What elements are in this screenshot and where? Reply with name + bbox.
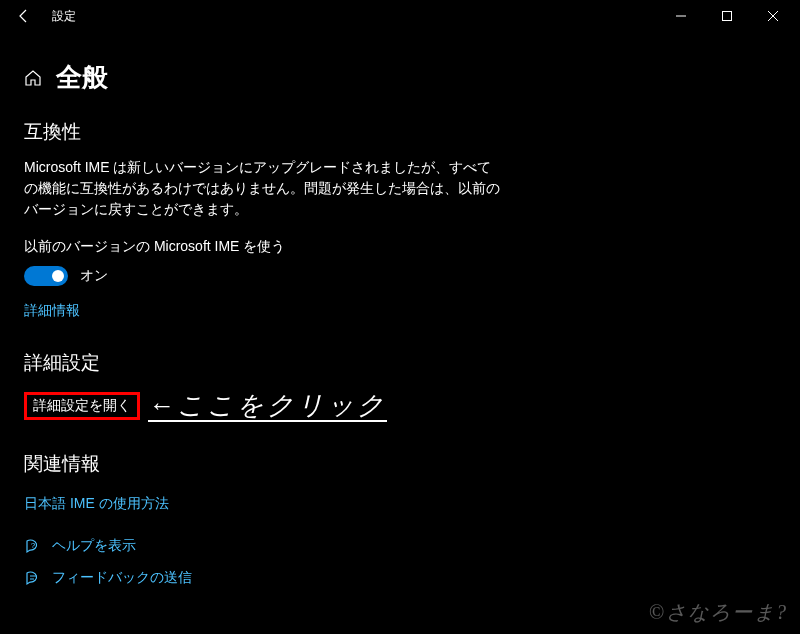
footer-links: ? ヘルプを表示 フィードバックの送信: [24, 537, 776, 587]
related-link[interactable]: 日本語 IME の使用方法: [24, 495, 169, 513]
home-icon[interactable]: [24, 69, 42, 87]
help-link[interactable]: ? ヘルプを表示: [24, 537, 776, 555]
close-button[interactable]: [750, 0, 796, 32]
section-advanced: 詳細設定 詳細設定を開く ←ここをクリック: [24, 350, 776, 423]
section-heading-advanced: 詳細設定: [24, 350, 776, 376]
help-link-text: ヘルプを表示: [52, 537, 136, 555]
svg-rect-0: [723, 12, 732, 21]
page-header: 全般: [24, 60, 776, 95]
annotation-highlight-box: 詳細設定を開く: [24, 392, 140, 420]
minimize-button[interactable]: [658, 0, 704, 32]
watermark: ©さなろーま?: [649, 599, 788, 626]
section-related: 関連情報 日本語 IME の使用方法: [24, 451, 776, 513]
toggle-state-text: オン: [80, 267, 108, 285]
content: 全般 互換性 Microsoft IME は新しいバージョンにアップグレードされ…: [0, 32, 800, 587]
section-heading-compat: 互換性: [24, 119, 776, 145]
prev-version-toggle[interactable]: [24, 266, 68, 286]
more-info-link[interactable]: 詳細情報: [24, 302, 80, 320]
maximize-button[interactable]: [704, 0, 750, 32]
open-advanced-button[interactable]: 詳細設定を開く: [33, 397, 131, 415]
feedback-link[interactable]: フィードバックの送信: [24, 569, 776, 587]
window-title: 設定: [52, 8, 76, 25]
compat-description: Microsoft IME は新しいバージョンにアップグレードされましたが、すべ…: [24, 157, 504, 220]
help-icon: ?: [24, 537, 42, 555]
svg-text:?: ?: [31, 541, 36, 550]
annotation-click-here: ←ここをクリック: [148, 388, 387, 423]
section-heading-related: 関連情報: [24, 451, 776, 477]
titlebar: 設定: [0, 0, 800, 32]
page-title: 全般: [56, 60, 108, 95]
section-compatibility: 互換性 Microsoft IME は新しいバージョンにアップグレードされました…: [24, 119, 776, 320]
toggle-label: 以前のバージョンの Microsoft IME を使う: [24, 238, 776, 256]
feedback-icon: [24, 569, 42, 587]
feedback-link-text: フィードバックの送信: [52, 569, 192, 587]
back-button[interactable]: [4, 0, 44, 32]
